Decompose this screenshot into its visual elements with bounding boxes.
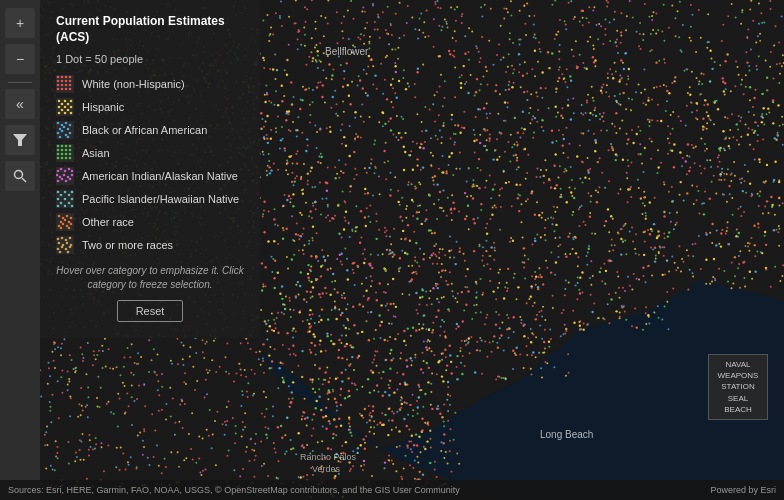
svg-point-98: [70, 217, 73, 220]
svg-point-55: [65, 149, 68, 152]
svg-point-81: [57, 191, 60, 194]
naval-station-badge: NAVAL WEAPONS STATION SEAL BEACH: [708, 354, 768, 420]
legend-panel: Current Population Estimates (ACS) 1 Dot…: [40, 0, 260, 338]
legend-swatch-black: [56, 121, 74, 139]
legend-items-container: White (non-Hispanic)HispanicBlack or Afr…: [56, 75, 244, 254]
legend-label-other: Other race: [82, 216, 134, 228]
svg-point-101: [68, 221, 71, 224]
svg-point-32: [61, 109, 64, 112]
legend-item-two_more[interactable]: Two or more races: [56, 236, 244, 254]
svg-point-67: [60, 168, 63, 171]
svg-point-104: [66, 225, 69, 228]
legend-item-native[interactable]: American Indian/Alaskan Native: [56, 167, 244, 185]
svg-point-45: [69, 132, 72, 135]
filter-icon: [13, 133, 27, 147]
legend-item-pacific[interactable]: Pacific Islander/Hawaiian Native: [56, 190, 244, 208]
legend-label-black: Black or African American: [82, 124, 207, 136]
zoom-in-button[interactable]: +: [5, 8, 35, 38]
svg-point-86: [71, 198, 74, 201]
svg-point-30: [61, 103, 64, 106]
svg-point-60: [69, 153, 72, 156]
svg-point-77: [61, 178, 64, 181]
svg-point-106: [60, 227, 63, 230]
svg-point-118: [61, 246, 64, 249]
svg-point-84: [57, 198, 60, 201]
map-toolbar: + − «: [0, 0, 40, 500]
svg-point-17: [61, 88, 64, 91]
svg-point-112: [69, 237, 72, 240]
svg-point-70: [71, 170, 74, 173]
legend-swatch-white: [56, 75, 74, 93]
svg-point-5: [61, 76, 64, 79]
svg-point-13: [61, 84, 64, 87]
svg-point-38: [69, 124, 72, 127]
legend-item-white[interactable]: White (non-Hispanic): [56, 75, 244, 93]
svg-point-26: [70, 106, 73, 109]
svg-point-15: [69, 84, 72, 87]
svg-point-52: [69, 145, 72, 148]
svg-point-76: [57, 180, 60, 183]
legend-swatch-other: [56, 213, 74, 231]
svg-point-6: [65, 76, 68, 79]
svg-point-16: [57, 88, 60, 91]
svg-point-14: [65, 84, 68, 87]
svg-point-93: [68, 202, 71, 205]
legend-label-hispanic: Hispanic: [82, 101, 124, 113]
svg-point-100: [64, 219, 67, 222]
svg-point-97: [66, 215, 69, 218]
legend-item-hispanic[interactable]: Hispanic: [56, 98, 244, 116]
svg-point-111: [65, 239, 68, 242]
filter-button[interactable]: [5, 125, 35, 155]
reset-button[interactable]: Reset: [117, 300, 184, 322]
legend-label-white: White (non-Hispanic): [82, 78, 185, 90]
legend-label-two_more: Two or more races: [82, 239, 173, 251]
svg-point-33: [67, 109, 70, 112]
naval-line2: WEAPONS: [714, 370, 762, 381]
legend-item-asian[interactable]: Asian: [56, 144, 244, 162]
svg-point-62: [61, 157, 64, 160]
svg-point-75: [71, 174, 74, 177]
legend-item-black[interactable]: Black or African American: [56, 121, 244, 139]
legend-hover-note: Hover over category to emphasize it. Cli…: [56, 264, 244, 292]
zoom-out-button[interactable]: −: [5, 44, 35, 74]
legend-swatch-native: [56, 167, 74, 185]
legend-swatch-hispanic: [56, 98, 74, 116]
svg-point-54: [61, 149, 64, 152]
svg-point-61: [57, 157, 60, 160]
bottom-bar: Sources: Esri, HERE, Garmin, FAO, NOAA, …: [0, 480, 784, 500]
collapse-button[interactable]: «: [5, 89, 35, 119]
svg-point-122: [67, 251, 70, 254]
svg-point-35: [57, 122, 60, 125]
svg-point-91: [68, 194, 71, 197]
svg-point-92: [60, 202, 63, 205]
svg-point-19: [69, 88, 72, 91]
svg-point-53: [57, 149, 60, 152]
svg-point-107: [68, 227, 71, 230]
svg-point-88: [64, 205, 67, 208]
svg-point-103: [62, 223, 65, 226]
svg-point-99: [60, 221, 63, 224]
svg-point-68: [64, 170, 67, 173]
svg-point-27: [58, 112, 61, 115]
svg-point-89: [71, 205, 74, 208]
svg-point-49: [57, 145, 60, 148]
svg-point-23: [70, 100, 73, 103]
svg-point-56: [69, 149, 72, 152]
search-button[interactable]: [5, 161, 35, 191]
svg-point-79: [69, 178, 72, 181]
svg-point-29: [70, 112, 73, 115]
sources-text: Sources: Esri, HERE, Garmin, FAO, NOAA, …: [8, 485, 710, 495]
svg-point-7: [69, 76, 72, 79]
svg-point-72: [59, 176, 62, 179]
svg-point-41: [67, 128, 70, 131]
svg-point-102: [58, 225, 61, 228]
legend-swatch-two_more: [56, 236, 74, 254]
legend-item-other[interactable]: Other race: [56, 213, 244, 231]
legend-title: Current Population Estimates (ACS): [56, 14, 244, 45]
svg-point-95: [58, 215, 61, 218]
svg-point-78: [65, 180, 68, 183]
svg-point-28: [64, 112, 67, 115]
svg-point-39: [59, 128, 62, 131]
svg-point-18: [65, 88, 68, 91]
svg-point-69: [68, 168, 71, 171]
